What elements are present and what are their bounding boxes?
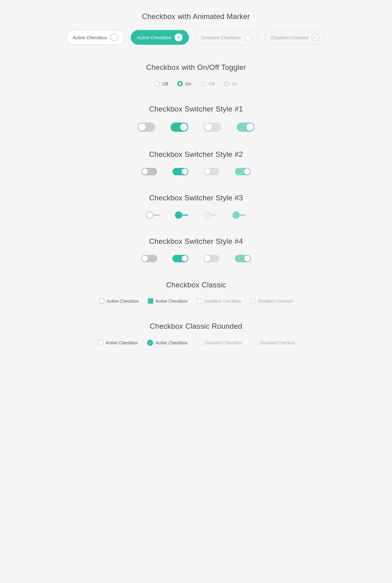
toggler-item-on-disabled: On <box>224 81 238 86</box>
classic-row: Active Checkbox ✓ Active Checkbox Disabl… <box>18 298 374 304</box>
pill-circle-unchecked <box>110 33 118 41</box>
toggle-s1-off-disabled <box>204 123 221 132</box>
classic-item-unchecked[interactable]: Active Checkbox <box>99 298 139 304</box>
toggler-item-off-disabled: Off <box>201 81 215 86</box>
switcher-row-1 <box>18 123 374 132</box>
section-title-switcher-2: Checkbox Switcher Style #2 <box>18 150 374 159</box>
section-switcher-1: Checkbox Switcher Style #1 <box>18 102 374 132</box>
section-classic: Checkbox Classic Active Checkbox ✓ Activ… <box>18 278 374 304</box>
toggle-s1-knob-on <box>180 123 187 131</box>
rounded-label-disabled-checked: Disabled Checked <box>260 340 295 345</box>
toggler-radio-off <box>154 81 160 86</box>
rounded-label-disabled: Disabled Checkbox <box>205 340 242 345</box>
toggle-s4-knob-on <box>182 256 188 262</box>
toggle-s2-off-disabled <box>204 168 220 175</box>
toggle-s1-knob-off-disabled <box>205 123 212 131</box>
switcher-row-2 <box>18 168 374 175</box>
section-title-switcher-1: Checkbox Switcher Style #1 <box>18 105 374 113</box>
page-container: Checkbox with Animated Marker Active Che… <box>0 0 392 373</box>
toggle-s4-on[interactable] <box>172 255 188 262</box>
section-onoff-toggler: Checkbox with On/Off Toggler Off On Off <box>18 60 374 86</box>
checkbox-marker-row: Active Checkbox Active Checkbox ✓ Disabl… <box>18 30 374 45</box>
toggle-s2-on[interactable] <box>172 168 188 175</box>
toggler-label-off: Off <box>162 81 168 86</box>
classic-box-disabled <box>197 298 202 304</box>
toggle-s3-circle-off-disabled <box>204 211 211 219</box>
toggle-s3-line-off-disabled <box>211 214 217 216</box>
toggler-label-on: On <box>185 81 191 86</box>
toggle-s2-knob-on-disabled <box>244 168 250 175</box>
classic-rounded-item-disabled-checked: ✓ Disabled Checked <box>251 340 295 346</box>
toggle-s2-on-disabled <box>235 168 251 175</box>
toggle-s3-off[interactable] <box>146 211 160 219</box>
rounded-box-unchecked <box>97 340 104 346</box>
toggler-radio-off-disabled <box>201 81 206 86</box>
classic-box-checked: ✓ <box>148 298 153 304</box>
classic-checkmark-icon: ✓ <box>149 299 152 303</box>
rounded-label-checked: Active Checkbox <box>156 340 187 345</box>
classic-item-checked[interactable]: ✓ Active Checkbox <box>148 298 187 304</box>
classic-rounded-row: Active Checkbox ✓ Active Checkbox Disabl… <box>18 340 374 346</box>
toggle-s2-knob-on <box>182 168 188 175</box>
toggle-s3-off-disabled <box>204 211 217 219</box>
section-title-classic-rounded: Checkbox Classic Rounded <box>18 322 374 331</box>
section-title-switcher-4: Checkbox Switcher Style #4 <box>18 237 374 246</box>
toggler-row: Off On Off On <box>18 81 374 86</box>
section-classic-rounded: Checkbox Classic Rounded Active Checkbox… <box>18 319 374 346</box>
checkbox-pill-checked[interactable]: Active Checkbox ✓ <box>131 30 189 45</box>
section-title-animated-marker: Checkbox with Animated Marker <box>18 12 374 21</box>
toggle-s3-circle-on-disabled <box>232 211 240 219</box>
classic-rounded-item-unchecked[interactable]: Active Checkbox <box>97 340 138 346</box>
toggler-label-off-disabled: Off <box>209 81 215 86</box>
checkbox-pill-label-disabled: Disabled Checkbox <box>202 35 241 40</box>
toggler-dot-on-disabled <box>225 82 228 85</box>
toggle-s3-circle-on <box>175 211 182 219</box>
toggler-item-on[interactable]: On <box>177 81 191 86</box>
classic-box-unchecked <box>99 298 104 304</box>
classic-rounded-item-checked[interactable]: ✓ Active Checkbox <box>147 340 187 346</box>
checkbox-pill-unchecked[interactable]: Active Checkbox <box>66 30 125 45</box>
toggle-s2-off[interactable] <box>141 168 157 175</box>
section-switcher-4: Checkbox Switcher Style #4 <box>18 234 374 262</box>
classic-label-disabled: Disabled Checkbox <box>204 299 241 304</box>
classic-item-disabled-checked: ✓ Disabled Checked <box>251 298 293 304</box>
rounded-box-checked: ✓ <box>147 340 153 346</box>
classic-label-unchecked: Active Checkbox <box>107 299 139 304</box>
toggler-label-on-disabled: On <box>232 81 238 86</box>
toggle-s1-knob-off <box>138 123 146 131</box>
section-title-classic: Checkbox Classic <box>18 281 374 289</box>
toggler-radio-on <box>177 81 183 86</box>
toggle-s4-off[interactable] <box>141 255 157 262</box>
toggle-s3-on[interactable] <box>175 211 188 219</box>
toggle-s3-line-on-disabled <box>240 214 246 216</box>
rounded-box-disabled-checked: ✓ <box>251 340 258 346</box>
section-switcher-3: Checkbox Switcher Style #3 <box>18 191 374 219</box>
toggle-s4-on-disabled <box>235 255 251 262</box>
checkbox-pill-label-checked: Active Checkbox <box>137 35 172 40</box>
pill-circle-disabled <box>244 33 252 41</box>
switcher-row-4 <box>18 255 374 262</box>
toggle-s4-off-disabled <box>204 255 220 262</box>
toggle-s1-knob-on-disabled <box>246 123 254 131</box>
classic-label-disabled-checked: Disabled Checked <box>258 299 293 304</box>
checkbox-pill-label: Active Checkbox <box>73 35 107 40</box>
checkmark-disabled-icon: ✓ <box>314 35 317 40</box>
section-title-onoff: Checkbox with On/Off Toggler <box>18 63 374 72</box>
pill-circle-disabled-checked: ✓ <box>311 33 319 41</box>
classic-item-disabled: Disabled Checkbox <box>197 298 241 304</box>
toggle-s3-on-disabled <box>232 211 246 219</box>
toggle-s4-knob-on-disabled <box>244 256 250 262</box>
toggle-s1-on[interactable] <box>171 123 188 132</box>
toggler-radio-on-disabled <box>224 81 229 86</box>
classic-label-checked: Active Checkbox <box>156 299 187 304</box>
toggle-s2-knob-off-disabled <box>204 168 210 175</box>
toggle-s1-on-disabled <box>237 123 254 132</box>
toggle-s1-off[interactable] <box>138 123 155 132</box>
section-switcher-2: Checkbox Switcher Style #2 <box>18 147 374 175</box>
toggle-s4-knob-off <box>142 256 148 262</box>
classic-rounded-item-disabled: Disabled Checkbox <box>197 340 242 346</box>
section-title-switcher-3: Checkbox Switcher Style #3 <box>18 194 374 202</box>
toggler-item-off[interactable]: Off <box>154 81 168 86</box>
toggle-s3-line-on <box>182 214 188 216</box>
rounded-label-unchecked: Active Checkbox <box>106 340 138 345</box>
